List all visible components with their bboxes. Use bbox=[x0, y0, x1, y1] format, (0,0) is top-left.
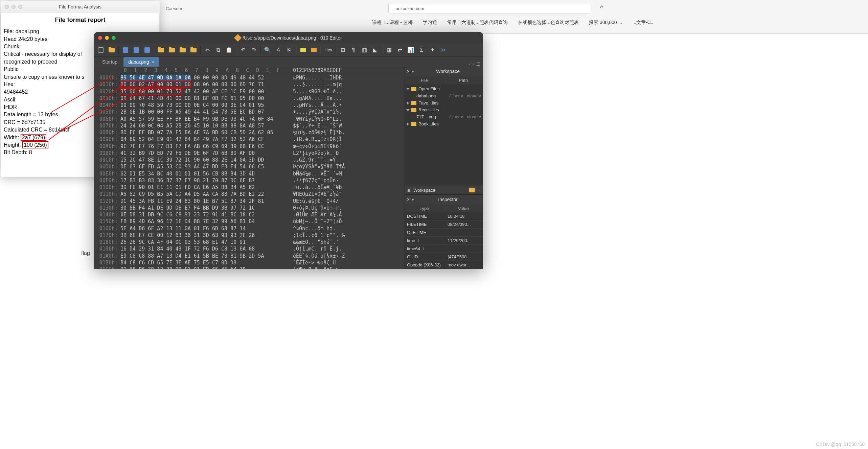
ws-favorites[interactable]: Favo...iles bbox=[407, 100, 481, 107]
ws-file[interactable]: 717....png/Users/...nloads/ bbox=[407, 114, 481, 121]
hex-row[interactable]: 00C0h:15 2C 47 8E 1C 39 72 1C 90 60 88 2… bbox=[94, 157, 405, 163]
hex-row[interactable]: 0100h:3D FC 90 01 E1 11 01 F0 CA E6 A5 B… bbox=[94, 184, 405, 191]
hex-row[interactable]: 0060h:A0 A5 57 59 EE FF BF EE B4 F9 9B D… bbox=[94, 116, 405, 122]
prev-tab-icon[interactable]: ‹ bbox=[469, 62, 471, 67]
hex-row[interactable]: 0140h:0E D8 31 DB 9C C6 C8 91 23 72 91 4… bbox=[94, 211, 405, 218]
bookmark-icon[interactable]: ◣ bbox=[370, 45, 380, 55]
hex-row[interactable]: 01C0h:B2 65 B6 78 13 38 0B F1 01 EB 65 4… bbox=[94, 266, 405, 269]
close-tab-icon[interactable]: × bbox=[152, 59, 155, 65]
bookmark-item[interactable]: ...文章-C... bbox=[632, 20, 655, 26]
hex-row[interactable]: 0160h:5E A4 D6 6F A2 13 11 0A 01 F6 6D 6… bbox=[94, 225, 405, 232]
paste-icon[interactable]: 📋 bbox=[224, 45, 234, 55]
hex-row[interactable]: 00B0h:4C 32 B9 7D ED 79 F5 DE 9E 6F 7D 6… bbox=[94, 150, 405, 157]
ffa-titlebar[interactable]: File Format Analysis bbox=[1, 1, 160, 13]
save-icon[interactable] bbox=[121, 45, 130, 55]
hex-row[interactable]: 00F0h:17 B3 B3 83 36 37 37 E7 98 21 70 8… bbox=[94, 177, 405, 184]
ws-open-files[interactable]: Open Files bbox=[407, 86, 481, 93]
next-tab-icon[interactable]: › bbox=[473, 62, 474, 67]
doc-icon[interactable]: 🗎 bbox=[407, 188, 411, 193]
page-text-flag: flag bbox=[81, 250, 90, 256]
tab-menu-icon[interactable]: ☰ bbox=[476, 62, 480, 67]
hex-row[interactable]: 0180h:26 26 9C CA 4F 04 0C 93 53 68 E1 4… bbox=[94, 239, 405, 245]
inspector-row[interactable]: time64_t bbox=[405, 245, 483, 253]
compare-icon[interactable]: ⇄ bbox=[395, 45, 405, 55]
ws-recent[interactable]: Rece...iles bbox=[407, 107, 481, 114]
bookmark-item[interactable]: 在线颜色选择...色查询对照表 bbox=[518, 20, 579, 26]
highlight-icon[interactable] bbox=[298, 45, 308, 55]
tab-startup[interactable]: Startup bbox=[97, 57, 122, 67]
close-panel-icon[interactable]: × bbox=[407, 197, 410, 202]
cut-icon[interactable]: ✂ bbox=[203, 45, 212, 55]
search-icon[interactable]: 🔍 bbox=[263, 45, 272, 55]
open-folder-icon[interactable] bbox=[107, 45, 116, 55]
hex-row[interactable]: 0120h:DC 45 3A FB 11 E9 24 83 80 1E B7 5… bbox=[94, 198, 405, 205]
ws-file[interactable]: dabai.png/Users/...nloads/ bbox=[407, 93, 481, 100]
hex-row[interactable]: 0170h:3B 6C E7 CE 00 12 63 36 31 3D 63 9… bbox=[94, 232, 405, 239]
bookmark-item[interactable]: 常用十六进制...照表代码查询 bbox=[447, 20, 508, 26]
hex-row[interactable]: 0150h:FB 89 4D 6A 96 12 1F D4 88 7E 32 9… bbox=[94, 218, 405, 225]
hex-row[interactable]: 0000h:89 50 4E 47 0D 0A 1A 0A 00 00 00 0… bbox=[94, 74, 405, 81]
tools-icon[interactable]: ✦ bbox=[428, 45, 437, 55]
hex-row[interactable]: 01A0h:E9 C8 C8 88 A7 13 D4 E1 61 5B BE 7… bbox=[94, 253, 405, 259]
hex-row[interactable]: 0080h:BD FC EF BD 07 7A F5 8A AE 7A BD 6… bbox=[94, 129, 405, 136]
histogram-icon[interactable]: 📊 bbox=[406, 45, 415, 55]
hex-row[interactable]: 00E0h:62 D1 E5 34 BC 40 01 01 01 56 CB 8… bbox=[94, 170, 405, 177]
hex-row[interactable]: 0190h:16 D4 29 31 84 40 43 1F 72 F6 D6 C… bbox=[94, 245, 405, 252]
hex-mode-button[interactable]: Hex bbox=[323, 47, 334, 52]
close-panel-icon[interactable]: × bbox=[407, 69, 410, 74]
tab-file[interactable]: dabai.png× bbox=[123, 57, 159, 67]
columns-icon[interactable]: ▥ bbox=[360, 45, 369, 55]
inspector-body[interactable]: DOSTIME10:04:18FILETIME08/24/390...OLETI… bbox=[405, 212, 483, 269]
checksum-icon[interactable]: Σ bbox=[417, 45, 426, 55]
hex-row[interactable]: 0070h:24 24 60 0C 04 A5 2B 20 45 10 10 B… bbox=[94, 122, 405, 129]
redo-icon[interactable]: ↷ bbox=[249, 45, 258, 55]
new-file-icon[interactable] bbox=[96, 45, 106, 55]
more-icon[interactable]: ≫ bbox=[438, 45, 448, 55]
bookmark-item[interactable]: 课程_I...课程 - 蓝桥 bbox=[372, 20, 413, 26]
highlight-icon[interactable] bbox=[309, 45, 319, 55]
ws-bookmarks[interactable]: Book...iles bbox=[407, 121, 481, 128]
hex-row[interactable]: 0040h:00 09 70 48 59 73 00 00 0E C4 00 0… bbox=[94, 102, 405, 109]
folder-icon[interactable] bbox=[167, 45, 177, 55]
save-all-icon[interactable] bbox=[142, 45, 152, 55]
address-bar[interactable]: oukankan.com bbox=[388, 3, 591, 14]
copy-icon[interactable]: ⧉ bbox=[213, 45, 223, 55]
inspector-row[interactable]: DOSTIME10:04:18 bbox=[405, 212, 483, 220]
inspector-row[interactable]: OLETIME bbox=[405, 229, 483, 237]
workspace-tree[interactable]: Open Files dabai.png/Users/...nloads/ Fa… bbox=[405, 84, 483, 186]
hex-editor[interactable]: 0 1 2 3 4 5 6 7 8 9 A B C D E F 01234567… bbox=[94, 67, 405, 269]
find-replace-icon[interactable]: Ａ bbox=[274, 45, 283, 55]
folder-icon[interactable] bbox=[178, 45, 187, 55]
inspector-row[interactable]: FILETIME08/24/390... bbox=[405, 220, 483, 229]
hex-row[interactable]: 0130h:30 8B F4 A1 DE 9D DB E7 F4 BB D9 3… bbox=[94, 205, 405, 211]
hex-row[interactable]: 0110h:A5 52 C9 D5 B5 5A CD A4 D5 AA CA 8… bbox=[94, 191, 405, 197]
workspace-header: File Path bbox=[405, 76, 483, 84]
bookmark-item[interactable]: 学习通 bbox=[423, 20, 437, 26]
hex-row[interactable]: 0030h:00 04 67 41 4D 41 00 00 B1 8F 0B F… bbox=[94, 95, 405, 102]
calculator-icon[interactable]: ▦ bbox=[384, 45, 394, 55]
hex-row[interactable]: 00A0h:9C 7E E7 76 F7 D3 F7 FA AB C6 C9 6… bbox=[94, 143, 405, 150]
folder-icon[interactable] bbox=[156, 45, 166, 55]
inspector-row[interactable]: time_t11/29/200... bbox=[405, 237, 483, 245]
bookmark-item[interactable]: 探索 300,000 ... bbox=[589, 20, 622, 26]
hex-row[interactable]: 0020h:35 00 00 00 01 73 52 47 42 00 AE C… bbox=[94, 88, 405, 95]
save-as-icon[interactable] bbox=[132, 45, 141, 55]
hex-row[interactable]: 01B0h:B4 C8 C6 CD 65 7E 3E AE 75 E5 C7 0… bbox=[94, 259, 405, 266]
folder-icon[interactable] bbox=[189, 45, 198, 55]
hex-row[interactable]: 0050h:2B 0E 1B 00 00 FF A5 49 44 41 54 7… bbox=[94, 109, 405, 115]
hex-row[interactable]: 0010h:00 00 02 A7 00 00 01 00 08 06 00 0… bbox=[94, 81, 405, 88]
inspector-row[interactable]: Opcode (X86-32)mov dwor... bbox=[405, 261, 483, 269]
folder-icon bbox=[411, 87, 416, 91]
editor-titlebar[interactable]: /Users/apple/Downloads/dabai.png - 010 E… bbox=[94, 32, 483, 44]
hex-row[interactable]: 0090h:04 69 52 04 E9 01 42 84 84 49 7A F… bbox=[94, 136, 405, 143]
chevron-right-icon[interactable]: › bbox=[477, 188, 481, 193]
goto-icon[interactable]: ⎘ bbox=[284, 45, 294, 55]
toggle-icon[interactable]: ⊞ bbox=[338, 45, 347, 55]
open-folder-icon[interactable] bbox=[469, 188, 475, 192]
hex-row[interactable]: 00D0h:DE 63 6F FD A5 53 C0 93 A4 A7 DD E… bbox=[94, 163, 405, 170]
editor-title: /Users/apple/Downloads/dabai.png - 010 E… bbox=[94, 35, 483, 41]
reload-icon[interactable]: ⟳ bbox=[600, 4, 608, 13]
undo-icon[interactable]: ↶ bbox=[238, 45, 248, 55]
inspector-row[interactable]: GUID{474E508... bbox=[405, 253, 483, 261]
paragraph-icon[interactable]: ¶ bbox=[349, 45, 358, 55]
